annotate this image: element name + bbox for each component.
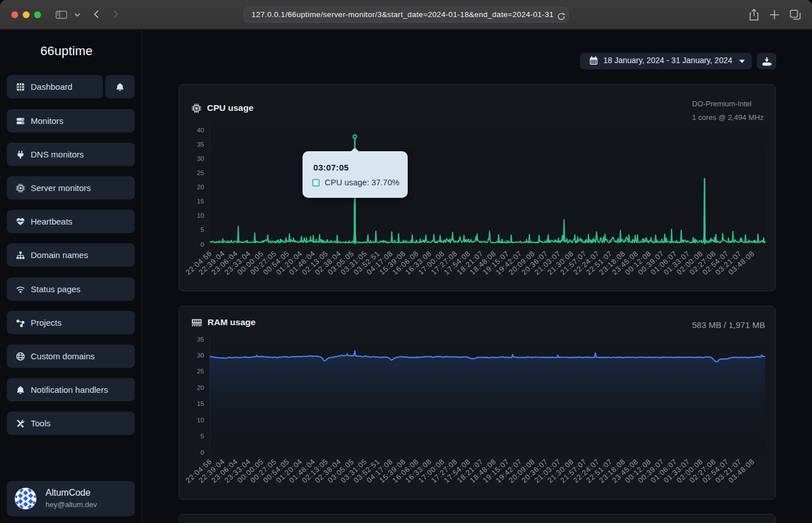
svg-text:10: 10 xyxy=(197,212,204,219)
svg-text:0: 0 xyxy=(201,241,204,248)
svg-text:30: 30 xyxy=(197,352,204,359)
svg-text:35: 35 xyxy=(197,336,204,343)
svg-text:35: 35 xyxy=(197,141,204,148)
svg-text:20: 20 xyxy=(197,184,204,190)
svg-text:30: 30 xyxy=(197,155,204,162)
svg-text:15: 15 xyxy=(197,198,204,205)
svg-text:40: 40 xyxy=(197,127,204,134)
svg-text:20: 20 xyxy=(197,384,204,391)
svg-text:0: 0 xyxy=(201,449,204,456)
svg-text:5: 5 xyxy=(201,433,204,439)
svg-text:25: 25 xyxy=(197,169,204,176)
svg-text:15: 15 xyxy=(197,400,204,407)
svg-text:5: 5 xyxy=(201,226,204,233)
svg-text:25: 25 xyxy=(197,368,204,375)
svg-text:10: 10 xyxy=(197,417,204,424)
